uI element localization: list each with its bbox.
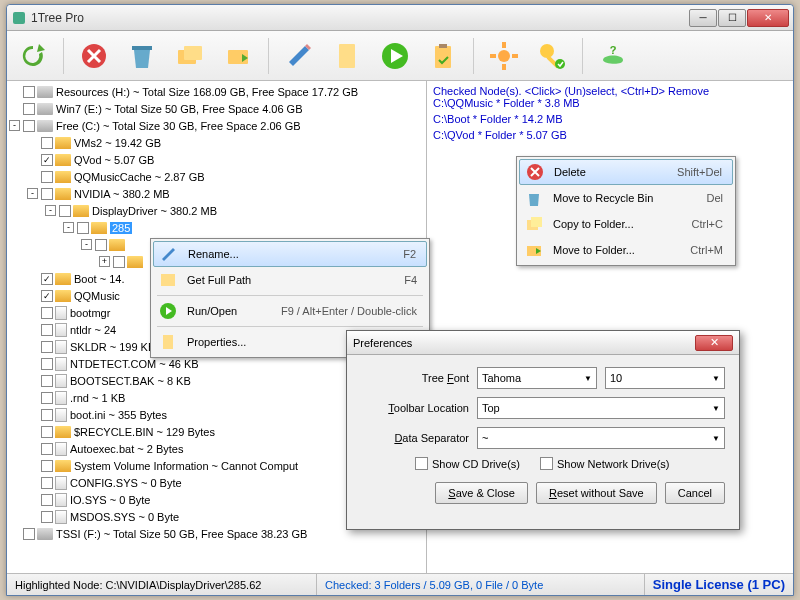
tree-row[interactable]: ✓QVod ~ 5.07 GB [7,151,426,168]
checkbox[interactable] [95,239,107,251]
preferences-close-button[interactable]: ✕ [695,335,733,351]
minimize-button[interactable]: ─ [689,9,717,27]
expand-icon[interactable]: - [9,120,20,131]
tree-label: MSDOS.SYS ~ 0 Byte [70,511,179,523]
menu-item-move-to-recycle-bin[interactable]: Move to Recycle BinDel [519,185,733,211]
checkbox[interactable] [41,409,53,421]
checkbox[interactable] [41,358,53,370]
checkbox[interactable] [41,477,53,489]
menu-item-run-open[interactable]: Run/OpenF9 / Alt+Enter / Double-click [153,298,427,324]
tree-font-size-select[interactable]: 10▼ [605,367,725,389]
checkbox[interactable] [41,392,53,404]
checkbox[interactable] [23,103,35,115]
clipboard-button[interactable] [423,36,463,76]
checkbox[interactable] [41,341,53,353]
drive-icon [37,103,53,115]
checkbox[interactable] [41,307,53,319]
folder-icon [55,137,71,149]
checkbox[interactable] [41,494,53,506]
checked-row[interactable]: C:\Boot * Folder * 14.2 MB [433,113,787,129]
tree-row[interactable]: Win7 (E:) ~ Total Size 50 GB, Free Space… [7,100,426,117]
checkbox[interactable] [77,222,89,234]
checkbox[interactable] [41,324,53,336]
tree-label: Boot ~ 14. [74,273,124,285]
menu-item-copy-to-folder-[interactable]: Copy to Folder...Ctrl+C [519,211,733,237]
drive-icon [37,120,53,132]
del-icon [524,161,546,183]
expand-icon[interactable]: - [63,222,74,233]
status-checked: Checked: 3 Folders / 5.09 GB, 0 File / 0… [317,574,645,595]
data-separator-label: Data Separator [361,432,469,444]
tree-row[interactable]: VMs2 ~ 19.42 GB [7,134,426,151]
checkbox[interactable]: ✓ [41,154,53,166]
toolbar: ? [7,31,793,81]
checked-row[interactable]: C:\QVod * Folder * 5.07 GB [433,129,787,145]
tree-row[interactable]: -NVIDIA ~ 380.2 MB [7,185,426,202]
maximize-button[interactable]: ☐ [718,9,746,27]
menu-item-rename-[interactable]: Rename...F2 [153,241,427,267]
reset-button[interactable]: Reset without Save [536,482,657,504]
preferences-titlebar: Preferences ✕ [347,331,739,355]
checkbox[interactable] [41,188,53,200]
svg-rect-12 [502,64,506,70]
cancel-button[interactable]: Cancel [665,482,725,504]
expand-icon[interactable]: - [27,188,38,199]
tree-row[interactable]: Resources (H:) ~ Total Size 168.09 GB, F… [7,83,426,100]
folder-icon [55,273,71,285]
expand-icon[interactable]: - [45,205,56,216]
tree-label: boot.ini ~ 355 Bytes [70,409,167,421]
expand-icon[interactable]: + [99,256,110,267]
svg-rect-8 [435,46,451,68]
checkbox[interactable] [41,460,53,472]
svg-rect-19 [161,274,175,286]
tree-row[interactable]: -DisplayDriver ~ 380.2 MB [7,202,426,219]
tree-row[interactable]: -285 [7,219,426,236]
folder-icon [55,171,71,183]
refresh-button[interactable] [13,36,53,76]
close-button[interactable]: ✕ [747,9,789,27]
properties-button[interactable] [327,36,367,76]
save-close-button[interactable]: Save & Close [435,482,528,504]
tree-label: Autoexec.bat ~ 2 Bytes [70,443,183,455]
path-icon [157,269,179,291]
tree-font-select[interactable]: Tahoma▼ [477,367,597,389]
show-cd-checkbox[interactable]: Show CD Drive(s) [415,457,520,470]
status-license[interactable]: Single License (1 PC) [645,574,793,595]
checkbox[interactable] [41,137,53,149]
checkbox[interactable] [41,426,53,438]
recycle-bin-button[interactable] [122,36,162,76]
checkbox[interactable] [41,171,53,183]
tree-row[interactable]: QQMusicCache ~ 2.87 GB [7,168,426,185]
settings-button[interactable] [484,36,524,76]
tree-label: Win7 (E:) ~ Total Size 50 GB, Free Space… [56,103,303,115]
checkbox[interactable] [59,205,71,217]
license-button[interactable] [532,36,572,76]
checkbox[interactable] [113,256,125,268]
checked-row[interactable]: C:\QQMusic * Folder * 3.8 MB [433,97,787,113]
checkbox[interactable] [23,528,35,540]
run-button[interactable] [375,36,415,76]
svg-text:?: ? [610,44,617,56]
tree-row[interactable]: -Free (C:) ~ Total Size 30 GB, Free Spac… [7,117,426,134]
move-folder-button[interactable] [218,36,258,76]
checkbox[interactable] [41,443,53,455]
props-icon [157,331,179,353]
help-button[interactable]: ? [593,36,633,76]
checkbox[interactable] [41,375,53,387]
checkbox[interactable] [23,120,35,132]
menu-item-move-to-folder-[interactable]: Move to Folder...Ctrl+M [519,237,733,263]
data-separator-select[interactable]: ~▼ [477,427,725,449]
expand-icon[interactable]: - [81,239,92,250]
copy-folder-button[interactable] [170,36,210,76]
checkbox[interactable] [41,511,53,523]
menu-item-delete[interactable]: DeleteShift+Del [519,159,733,185]
checkbox[interactable] [23,86,35,98]
show-network-checkbox[interactable]: Show Network Drive(s) [540,457,669,470]
menu-item-get-full-path[interactable]: Get Full PathF4 [153,267,427,293]
rename-button[interactable] [279,36,319,76]
checkbox[interactable]: ✓ [41,290,53,302]
toolbar-location-select[interactable]: Top▼ [477,397,725,419]
tree-label: NTDETECT.COM ~ 46 KB [70,358,199,370]
delete-button[interactable] [74,36,114,76]
checkbox[interactable]: ✓ [41,273,53,285]
